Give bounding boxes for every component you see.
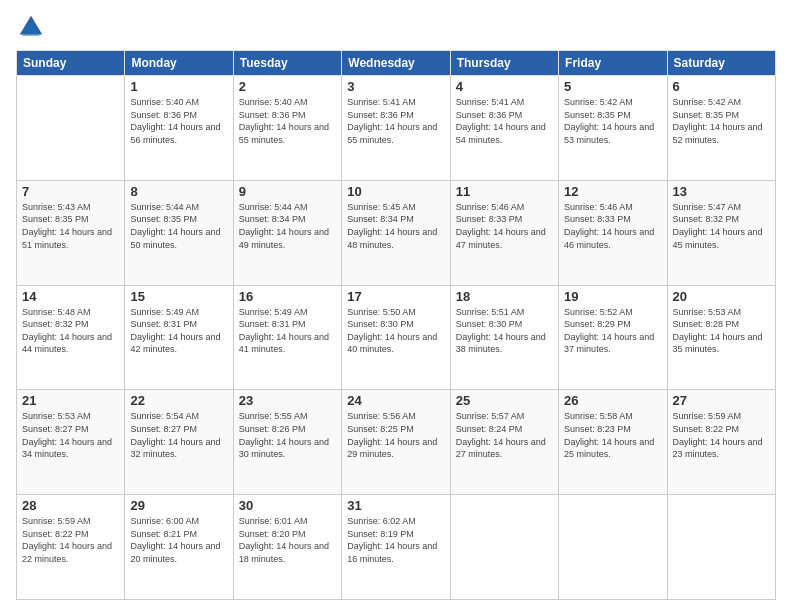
cell-day-number: 16 xyxy=(239,289,336,304)
cell-daylight: Daylight: 14 hours and 48 minutes. xyxy=(347,227,437,250)
calendar-cell: 17Sunrise: 5:50 AMSunset: 8:30 PMDayligh… xyxy=(342,285,450,390)
cell-daylight: Daylight: 14 hours and 35 minutes. xyxy=(673,332,763,355)
calendar-cell: 6Sunrise: 5:42 AMSunset: 8:35 PMDaylight… xyxy=(667,76,775,181)
calendar-cell: 31Sunrise: 6:02 AMSunset: 8:19 PMDayligh… xyxy=(342,495,450,600)
cell-sunrise: Sunrise: 5:53 AM xyxy=(22,411,91,421)
cell-day-number: 6 xyxy=(673,79,770,94)
cell-day-number: 15 xyxy=(130,289,227,304)
calendar-cell: 5Sunrise: 5:42 AMSunset: 8:35 PMDaylight… xyxy=(559,76,667,181)
calendar-cell: 8Sunrise: 5:44 AMSunset: 8:35 PMDaylight… xyxy=(125,180,233,285)
cell-daylight: Daylight: 14 hours and 32 minutes. xyxy=(130,437,220,460)
cell-day-number: 20 xyxy=(673,289,770,304)
cell-sunrise: Sunrise: 5:48 AM xyxy=(22,307,91,317)
calendar-cell: 7Sunrise: 5:43 AMSunset: 8:35 PMDaylight… xyxy=(17,180,125,285)
calendar-header-wednesday: Wednesday xyxy=(342,51,450,76)
cell-sunset: Sunset: 8:21 PM xyxy=(130,529,197,539)
calendar-cell: 24Sunrise: 5:56 AMSunset: 8:25 PMDayligh… xyxy=(342,390,450,495)
calendar-header-friday: Friday xyxy=(559,51,667,76)
calendar-cell: 23Sunrise: 5:55 AMSunset: 8:26 PMDayligh… xyxy=(233,390,341,495)
calendar-cell: 21Sunrise: 5:53 AMSunset: 8:27 PMDayligh… xyxy=(17,390,125,495)
cell-sunrise: Sunrise: 5:41 AM xyxy=(347,97,416,107)
cell-daylight: Daylight: 14 hours and 51 minutes. xyxy=(22,227,112,250)
cell-day-number: 18 xyxy=(456,289,553,304)
cell-sunrise: Sunrise: 5:52 AM xyxy=(564,307,633,317)
cell-sunset: Sunset: 8:36 PM xyxy=(130,110,197,120)
cell-sunrise: Sunrise: 5:45 AM xyxy=(347,202,416,212)
cell-day-number: 14 xyxy=(22,289,119,304)
calendar-header-monday: Monday xyxy=(125,51,233,76)
cell-sunrise: Sunrise: 5:55 AM xyxy=(239,411,308,421)
calendar-cell: 28Sunrise: 5:59 AMSunset: 8:22 PMDayligh… xyxy=(17,495,125,600)
cell-daylight: Daylight: 14 hours and 23 minutes. xyxy=(673,437,763,460)
cell-daylight: Daylight: 14 hours and 44 minutes. xyxy=(22,332,112,355)
cell-sunset: Sunset: 8:23 PM xyxy=(564,424,631,434)
cell-sunset: Sunset: 8:25 PM xyxy=(347,424,414,434)
calendar-cell: 1Sunrise: 5:40 AMSunset: 8:36 PMDaylight… xyxy=(125,76,233,181)
calendar-header-tuesday: Tuesday xyxy=(233,51,341,76)
calendar-cell: 16Sunrise: 5:49 AMSunset: 8:31 PMDayligh… xyxy=(233,285,341,390)
cell-day-number: 17 xyxy=(347,289,444,304)
cell-sunrise: Sunrise: 5:59 AM xyxy=(22,516,91,526)
cell-day-number: 22 xyxy=(130,393,227,408)
cell-daylight: Daylight: 14 hours and 55 minutes. xyxy=(347,122,437,145)
cell-sunrise: Sunrise: 6:02 AM xyxy=(347,516,416,526)
cell-daylight: Daylight: 14 hours and 34 minutes. xyxy=(22,437,112,460)
cell-sunrise: Sunrise: 5:50 AM xyxy=(347,307,416,317)
cell-sunrise: Sunrise: 5:51 AM xyxy=(456,307,525,317)
calendar-header-thursday: Thursday xyxy=(450,51,558,76)
cell-day-number: 30 xyxy=(239,498,336,513)
cell-sunset: Sunset: 8:27 PM xyxy=(22,424,89,434)
cell-sunset: Sunset: 8:22 PM xyxy=(673,424,740,434)
calendar-cell: 29Sunrise: 6:00 AMSunset: 8:21 PMDayligh… xyxy=(125,495,233,600)
cell-day-number: 9 xyxy=(239,184,336,199)
calendar-cell: 30Sunrise: 6:01 AMSunset: 8:20 PMDayligh… xyxy=(233,495,341,600)
cell-sunrise: Sunrise: 5:59 AM xyxy=(673,411,742,421)
cell-sunset: Sunset: 8:36 PM xyxy=(239,110,306,120)
cell-sunrise: Sunrise: 5:46 AM xyxy=(564,202,633,212)
cell-daylight: Daylight: 14 hours and 49 minutes. xyxy=(239,227,329,250)
cell-day-number: 23 xyxy=(239,393,336,408)
cell-day-number: 8 xyxy=(130,184,227,199)
calendar-cell: 19Sunrise: 5:52 AMSunset: 8:29 PMDayligh… xyxy=(559,285,667,390)
cell-sunrise: Sunrise: 5:54 AM xyxy=(130,411,199,421)
calendar-week-2: 7Sunrise: 5:43 AMSunset: 8:35 PMDaylight… xyxy=(17,180,776,285)
cell-daylight: Daylight: 14 hours and 30 minutes. xyxy=(239,437,329,460)
calendar-cell: 26Sunrise: 5:58 AMSunset: 8:23 PMDayligh… xyxy=(559,390,667,495)
calendar-cell: 3Sunrise: 5:41 AMSunset: 8:36 PMDaylight… xyxy=(342,76,450,181)
cell-sunset: Sunset: 8:27 PM xyxy=(130,424,197,434)
calendar-cell: 4Sunrise: 5:41 AMSunset: 8:36 PMDaylight… xyxy=(450,76,558,181)
cell-sunrise: Sunrise: 5:42 AM xyxy=(673,97,742,107)
cell-day-number: 1 xyxy=(130,79,227,94)
page: SundayMondayTuesdayWednesdayThursdayFrid… xyxy=(0,0,792,612)
calendar-cell: 25Sunrise: 5:57 AMSunset: 8:24 PMDayligh… xyxy=(450,390,558,495)
calendar-cell: 12Sunrise: 5:46 AMSunset: 8:33 PMDayligh… xyxy=(559,180,667,285)
calendar-cell: 9Sunrise: 5:44 AMSunset: 8:34 PMDaylight… xyxy=(233,180,341,285)
cell-daylight: Daylight: 14 hours and 42 minutes. xyxy=(130,332,220,355)
cell-sunrise: Sunrise: 6:01 AM xyxy=(239,516,308,526)
cell-day-number: 7 xyxy=(22,184,119,199)
calendar-cell: 18Sunrise: 5:51 AMSunset: 8:30 PMDayligh… xyxy=(450,285,558,390)
cell-day-number: 3 xyxy=(347,79,444,94)
cell-day-number: 31 xyxy=(347,498,444,513)
cell-daylight: Daylight: 14 hours and 16 minutes. xyxy=(347,541,437,564)
cell-day-number: 29 xyxy=(130,498,227,513)
cell-daylight: Daylight: 14 hours and 50 minutes. xyxy=(130,227,220,250)
cell-day-number: 5 xyxy=(564,79,661,94)
logo xyxy=(16,12,50,42)
calendar-header-sunday: Sunday xyxy=(17,51,125,76)
cell-sunset: Sunset: 8:35 PM xyxy=(130,214,197,224)
cell-day-number: 19 xyxy=(564,289,661,304)
cell-sunset: Sunset: 8:22 PM xyxy=(22,529,89,539)
calendar-cell xyxy=(667,495,775,600)
cell-daylight: Daylight: 14 hours and 38 minutes. xyxy=(456,332,546,355)
cell-daylight: Daylight: 14 hours and 53 minutes. xyxy=(564,122,654,145)
cell-day-number: 24 xyxy=(347,393,444,408)
cell-sunset: Sunset: 8:34 PM xyxy=(347,214,414,224)
cell-daylight: Daylight: 14 hours and 47 minutes. xyxy=(456,227,546,250)
cell-sunset: Sunset: 8:32 PM xyxy=(22,319,89,329)
cell-sunset: Sunset: 8:20 PM xyxy=(239,529,306,539)
cell-sunrise: Sunrise: 5:56 AM xyxy=(347,411,416,421)
cell-daylight: Daylight: 14 hours and 29 minutes. xyxy=(347,437,437,460)
cell-daylight: Daylight: 14 hours and 18 minutes. xyxy=(239,541,329,564)
cell-day-number: 25 xyxy=(456,393,553,408)
